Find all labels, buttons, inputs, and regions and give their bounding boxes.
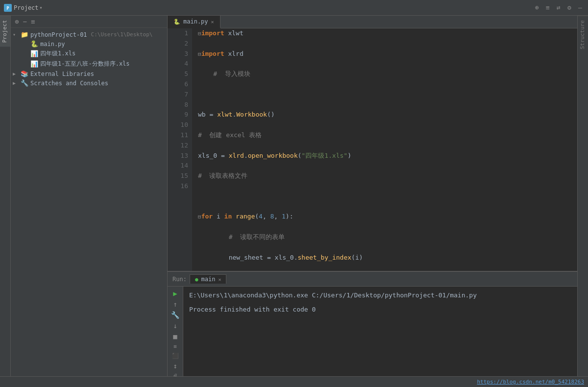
pin-button[interactable]: ↕ <box>171 362 180 370</box>
status-url[interactable]: https://blog.csdn.net/m0_54218263 <box>477 379 584 385</box>
editor-tab-mainpy[interactable]: 🐍 main.py ✕ <box>168 16 220 28</box>
scratches-label: Scratches and Consoles <box>30 80 108 87</box>
vtab-project[interactable]: Project <box>0 16 10 47</box>
terminal-body: ▶ ↑ 🔧 ↓ ■ ≡ ⬛ ↕ 🖨 🗑 E:\Users\1\anaconda3… <box>168 287 577 376</box>
xls1-label: 四年级1.xls <box>40 49 75 58</box>
vtab-structure[interactable]: Structure <box>578 16 588 53</box>
extlib-icon: 📚 <box>21 70 28 77</box>
code-editor[interactable]: 1234 5678 9101112 13141516 ⊟import xlwt … <box>168 28 577 271</box>
editor-area: 🐍 main.py ✕ 1234 5678 9101112 13141516 ⊟… <box>168 16 577 376</box>
project-dropdown-arrow[interactable]: ▾ <box>40 5 43 10</box>
run-label: Run: <box>172 274 188 285</box>
toolbar-icon-minimize[interactable]: — <box>576 4 584 12</box>
clear-button[interactable]: ⬛ <box>171 353 180 359</box>
stop-button[interactable]: ■ <box>171 333 180 340</box>
title-bar: P Project ▾ ⊕ ≡ ⇄ ⚙ — <box>0 0 588 16</box>
tab-close-button[interactable]: ✕ <box>211 19 214 24</box>
wrap-button[interactable]: ≡ <box>171 343 180 350</box>
tree-item-xls2[interactable]: 📊 四年级1-五至八班-分数排序.xls <box>11 59 167 69</box>
toolbar-icon-sync[interactable]: ⊕ <box>533 4 541 12</box>
sidebar-collapse-icon[interactable]: − <box>23 18 26 25</box>
tree-item-extlib[interactable]: ▶ 📚 External Libraries <box>11 69 167 78</box>
toolbar-icon-arrows[interactable]: ⇄ <box>555 4 563 12</box>
terminal-command: E:\Users\1\anaconda3\python.exe C:/Users… <box>189 290 571 301</box>
terminal-tab-close[interactable]: ✕ <box>218 277 221 282</box>
status-bar: https://blog.csdn.net/m0_54218263 <box>0 376 588 387</box>
terminal-tabs: Run: ● main ✕ <box>168 272 577 287</box>
scratches-icon: 🔧 <box>21 79 28 87</box>
toolbar-icon-gear[interactable]: ⚙ <box>565 4 573 12</box>
sidebar-tree: ▾ 📁 pythonProject-01 C:\Users\1\Desktop\… <box>11 28 167 376</box>
terminal-tab-icon: ● <box>195 276 198 283</box>
tree-item-mainpy[interactable]: 🐍 main.py <box>11 39 167 48</box>
extlib-arrow: ▶ <box>13 71 19 76</box>
tree-item-root[interactable]: ▾ 📁 pythonProject-01 C:\Users\1\Desktop\ <box>11 30 167 39</box>
sidebar-menu-icon[interactable]: ≡ <box>31 18 35 25</box>
sidebar-header: ⊕ − ≡ <box>11 16 167 28</box>
extlib-label: External Libraries <box>30 71 94 77</box>
tab-python-icon: 🐍 <box>173 19 180 25</box>
left-vtabs: Project <box>0 16 11 376</box>
right-vtabs: Structure <box>577 16 588 376</box>
sidebar: ⊕ − ≡ ▾ 📁 pythonProject-01 C:\Users\1\De… <box>11 16 168 376</box>
python-file-icon: 🐍 <box>30 40 38 48</box>
run-button[interactable]: ▶ <box>171 290 180 297</box>
editor-tab-bar: 🐍 main.py ✕ <box>168 16 577 28</box>
settings-button[interactable]: 🔧 <box>171 311 180 319</box>
terminal-output: E:\Users\1\anaconda3\python.exe C:/Users… <box>183 287 577 376</box>
folder-arrow: ▾ <box>13 32 19 37</box>
terminal-sidebar: ▶ ↑ 🔧 ↓ ■ ≡ ⬛ ↕ 🖨 🗑 <box>168 287 183 376</box>
svg-text:P: P <box>6 6 9 11</box>
xls-icon-1: 📊 <box>30 50 38 57</box>
folder-label: pythonProject-01 <box>30 31 87 38</box>
mainpy-label: main.py <box>40 41 65 48</box>
terminal-panel: Run: ● main ✕ ▶ ↑ 🔧 ↓ ■ ≡ ⬛ ↕ 🖨 <box>168 271 577 376</box>
project-title: Project <box>14 4 39 11</box>
folder-path: C:\Users\1\Desktop\ <box>91 31 153 38</box>
terminal-exit-message: Process finished with exit code 0 <box>189 305 571 315</box>
xls2-label: 四年级1-五至八班-分数排序.xls <box>40 60 130 68</box>
terminal-tab-main[interactable]: ● main ✕ <box>190 274 227 284</box>
tree-item-xls1[interactable]: 📊 四年级1.xls <box>11 48 167 59</box>
terminal-tab-label: main <box>201 276 216 283</box>
tab-label: main.py <box>183 18 208 25</box>
folder-icon: 📁 <box>21 31 28 38</box>
project-icon: P <box>4 4 12 12</box>
main-layout: Project ⊕ − ≡ ▾ 📁 pythonProject-01 C:\Us… <box>0 16 588 376</box>
scroll-down-button[interactable]: ↓ <box>171 322 180 330</box>
scratches-arrow: ▶ <box>13 80 19 86</box>
print-button[interactable]: 🖨 <box>171 373 180 376</box>
tree-item-scratches[interactable]: ▶ 🔧 Scratches and Consoles <box>11 78 167 88</box>
code-text[interactable]: ⊟import xlwt ⊟import xlrd # 导入模块 wb = xl… <box>192 28 577 271</box>
line-numbers: 1234 5678 9101112 13141516 <box>168 28 192 271</box>
scroll-up-button[interactable]: ↑ <box>171 300 180 308</box>
xls-icon-2: 📊 <box>30 60 38 68</box>
sidebar-add-icon[interactable]: ⊕ <box>15 18 19 25</box>
toolbar-icon-list[interactable]: ≡ <box>544 4 552 12</box>
